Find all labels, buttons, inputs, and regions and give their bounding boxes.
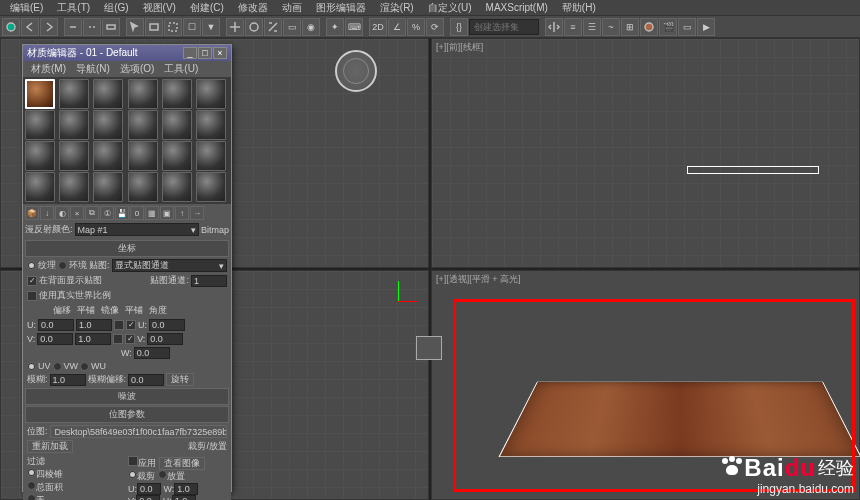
u-offset-spinner[interactable] [38,319,74,331]
material-editor-titlebar[interactable]: 材质编辑器 - 01 - Default _ □ × [23,45,231,61]
wood-plane-object[interactable] [498,382,860,457]
filter-icon[interactable]: ▼ [202,18,220,36]
reload-button[interactable]: 重新加载 [27,440,73,453]
link-icon[interactable] [64,18,82,36]
show-on-back-check[interactable] [27,276,37,286]
menu-create[interactable]: 创建(C) [184,1,230,15]
blur-offset-spinner[interactable] [128,374,164,386]
unlink-icon[interactable] [83,18,101,36]
material-slot[interactable] [196,141,226,171]
crop-u-spinner[interactable] [137,483,161,495]
map-channel-dropdown[interactable]: 显式贴图通道▾ [112,259,227,272]
undo-icon[interactable] [21,18,39,36]
bind-icon[interactable] [102,18,120,36]
move-icon[interactable] [226,18,244,36]
put-material-icon[interactable]: ↓ [40,206,54,220]
snap-icon[interactable]: 2D [369,18,387,36]
material-slot[interactable] [25,172,55,202]
material-slot[interactable] [162,110,192,140]
uv-radio[interactable] [27,362,36,371]
curve-editor-icon[interactable]: ~ [602,18,620,36]
material-slot[interactable] [196,172,226,202]
texture-radio[interactable] [27,261,36,270]
logo-icon[interactable] [2,18,20,36]
menu-custom[interactable]: 自定义(U) [422,1,478,15]
pyramidal-radio[interactable] [27,468,36,477]
viewport-front[interactable]: [+][前][线框] [431,38,860,268]
v-offset-spinner[interactable] [37,333,73,345]
material-slot[interactable] [93,141,123,171]
viewport-label-persp[interactable]: [+][透视][平滑 + 高光] [436,273,521,286]
material-slot[interactable] [128,79,158,109]
schematic-icon[interactable]: ⊞ [621,18,639,36]
make-copy-icon[interactable]: ⧉ [85,206,99,220]
menu-graph[interactable]: 图形编辑器 [310,1,372,15]
material-slot[interactable] [93,172,123,202]
v-tile-check[interactable] [125,334,135,344]
map-name-dropdown[interactable]: Map #1▾ [75,223,199,236]
rotate-button[interactable]: 旋转 [166,373,194,386]
ref-coord-icon[interactable]: ▭ [283,18,301,36]
assign-material-icon[interactable]: ◐ [55,206,69,220]
menu-help[interactable]: 帮助(H) [556,1,602,15]
material-slot[interactable] [128,110,158,140]
u-tile-spinner[interactable] [76,319,112,331]
u-tile-check[interactable] [126,320,136,330]
menu-animation[interactable]: 动画 [276,1,308,15]
material-id-icon[interactable]: 0 [130,206,144,220]
make-unique-icon[interactable]: ① [100,206,114,220]
menu-edit[interactable]: 编辑(E) [4,1,49,15]
material-slot[interactable] [196,79,226,109]
mat-menu-options[interactable]: 选项(O) [116,62,158,76]
edit-named-sel-icon[interactable]: {} [450,18,468,36]
percent-snap-icon[interactable]: % [407,18,425,36]
minimize-icon[interactable]: _ [183,47,197,59]
crop-w-spinner[interactable] [174,483,198,495]
material-slot[interactable] [128,172,158,202]
close-icon[interactable]: × [213,47,227,59]
material-slot[interactable] [25,141,55,171]
mat-menu-material[interactable]: 材质(M) [27,62,70,76]
v-tile-spinner[interactable] [75,333,111,345]
vw-radio[interactable] [53,362,62,371]
show-end-icon[interactable]: ▣ [160,206,174,220]
maximize-icon[interactable]: □ [198,47,212,59]
menu-modifiers[interactable]: 修改器 [232,1,274,15]
mirror-icon[interactable] [545,18,563,36]
crop-radio[interactable] [128,470,137,479]
mat-menu-nav[interactable]: 导航(N) [72,62,114,76]
place-radio[interactable] [158,470,167,479]
material-editor-dialog[interactable]: 材质编辑器 - 01 - Default _ □ × 材质(M) 导航(N) 选… [22,44,232,492]
go-parent-icon[interactable]: ↑ [175,206,189,220]
material-slot[interactable] [93,110,123,140]
scale-icon[interactable] [264,18,282,36]
angle-snap-icon[interactable]: ∠ [388,18,406,36]
material-slot[interactable] [59,141,89,171]
main-menubar[interactable]: 编辑(E) 工具(T) 组(G) 视图(V) 创建(C) 修改器 动画 图形编辑… [0,0,860,16]
mat-menu-tools[interactable]: 工具(U) [160,62,202,76]
view-image-button[interactable]: 查看图像 [159,457,205,470]
material-slot-1[interactable] [25,79,55,109]
viewport-label-front[interactable]: [+][前][线框] [436,41,483,54]
material-slot[interactable] [196,110,226,140]
select-region-icon[interactable] [164,18,182,36]
viewcube-indicator[interactable] [335,50,377,92]
select-icon[interactable] [126,18,144,36]
environ-radio[interactable] [58,261,67,270]
keyboard-icon[interactable]: ⌨ [345,18,363,36]
menu-group[interactable]: 组(G) [98,1,134,15]
material-slot[interactable] [162,79,192,109]
reset-map-icon[interactable]: × [70,206,84,220]
menu-tools[interactable]: 工具(T) [51,1,96,15]
named-selection-input[interactable] [469,19,539,35]
bitmap-path-button[interactable]: Desktop\58f649e03f1f00c1faa7fb7325e89b_6… [50,425,227,438]
menu-view[interactable]: 视图(V) [137,1,182,15]
material-slot[interactable] [93,79,123,109]
go-sibling-icon[interactable]: → [190,206,204,220]
rollout-coordinates[interactable]: 坐标 [25,240,229,257]
sat-radio[interactable] [27,481,36,490]
material-slot[interactable] [128,141,158,171]
render-icon[interactable]: ▶ [697,18,715,36]
material-slot[interactable] [59,79,89,109]
window-crossing-icon[interactable]: ☐ [183,18,201,36]
